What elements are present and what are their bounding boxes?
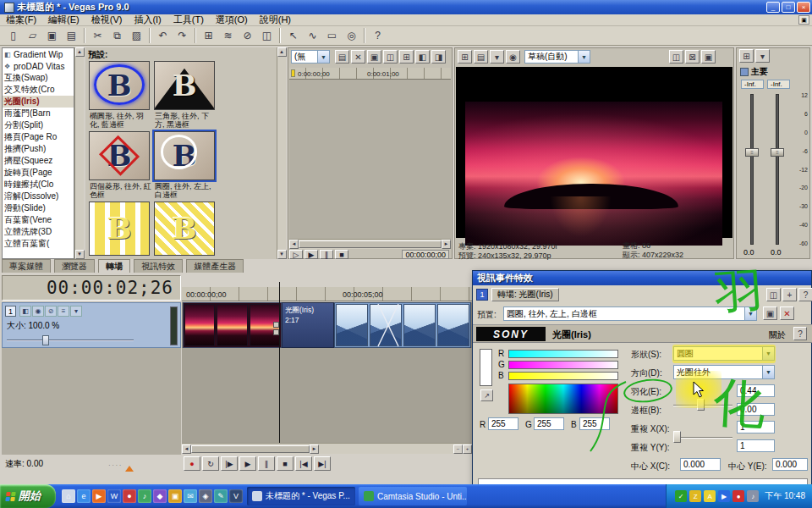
quick-launch-icon[interactable]: ⌂: [62, 489, 75, 503]
help-icon[interactable]: ?: [798, 288, 812, 301]
fader-value-right[interactable]: -Inf.: [767, 80, 790, 89]
copy-icon[interactable]: ⧉: [108, 27, 126, 44]
event-button-icon[interactable]: [273, 322, 279, 328]
stop-button[interactable]: ■: [335, 250, 348, 259]
group-events-icon[interactable]: ◫: [258, 27, 276, 44]
quick-launch-icon[interactable]: ▶: [92, 489, 106, 503]
maximize-button[interactable]: □: [782, 2, 795, 13]
mixer-tool-icon[interactable]: ⊞: [739, 49, 754, 63]
timecode-display[interactable]: 00:00:02;26: [2, 275, 181, 301]
scroll-left-icon[interactable]: ◄: [182, 444, 191, 454]
trimmer-tool-icon[interactable]: ▤: [335, 50, 349, 64]
cut-icon[interactable]: ✂: [89, 27, 107, 44]
normal-tool-icon[interactable]: ↖: [284, 27, 302, 44]
mixer-tool-icon[interactable]: ▾: [755, 49, 770, 63]
scroll-down-icon[interactable]: ▼: [277, 250, 287, 259]
tray-icon[interactable]: Z: [689, 490, 701, 502]
quick-launch-icon[interactable]: e: [77, 489, 91, 503]
feather-value-field[interactable]: 0.44: [737, 384, 775, 397]
transition-item[interactable]: 分割(Split): [3, 119, 74, 131]
red-gradient-strip[interactable]: [508, 350, 618, 358]
fx-dialog-titlebar[interactable]: 視訊事件特效: [473, 271, 811, 285]
tab-explorer[interactable]: 瀏覽器: [54, 259, 95, 273]
transition-event[interactable]: 光圈(Iris) 2:17: [282, 302, 334, 348]
preview-tool-icon[interactable]: ◫: [669, 50, 683, 64]
auto-ripple-icon[interactable]: ≋: [219, 27, 237, 44]
scroll-right-icon[interactable]: ►: [442, 240, 451, 249]
menu-item[interactable]: 檔案(F): [0, 14, 42, 25]
start-button[interactable]: 開始: [0, 484, 56, 508]
master-fader-right[interactable]: ≡: [771, 148, 784, 157]
transition-item[interactable]: 百葉窗(Vene: [3, 214, 74, 226]
tab-video-fx[interactable]: 視訊特效: [134, 259, 183, 273]
tray-icon[interactable]: ♪: [747, 490, 759, 502]
paste-icon[interactable]: ▨: [128, 27, 145, 44]
transition-item[interactable]: 時鐘擦拭(Clo: [3, 179, 74, 190]
open-icon[interactable]: ▱: [24, 27, 41, 44]
transition-item[interactable]: ◧ Gradient Wip: [3, 48, 74, 60]
preview-tool-icon[interactable]: ▤: [474, 50, 488, 64]
master-fader-left[interactable]: ≡: [745, 148, 759, 157]
clock[interactable]: 下午 10:48: [765, 490, 805, 502]
redo-icon[interactable]: ↷: [173, 27, 191, 44]
trimmer-tool-icon[interactable]: ◧: [415, 50, 430, 64]
trimmer-media-dropdown[interactable]: (無 ▼: [291, 50, 330, 64]
pause-button[interactable]: ∥: [320, 250, 333, 259]
record-button[interactable]: ●: [184, 456, 200, 471]
video-event-sunset[interactable]: [183, 302, 282, 348]
track-button-icon[interactable]: ◧: [19, 306, 31, 317]
loop-playback-button[interactable]: ↻: [202, 456, 219, 471]
scroll-down-icon[interactable]: ▼: [75, 250, 85, 259]
save-icon[interactable]: ▣: [43, 27, 61, 44]
transition-item[interactable]: 溶解(Dissolve): [3, 190, 74, 202]
preset-thumb-triangle[interactable]: B: [154, 61, 215, 110]
center-y-field[interactable]: 0.000: [772, 458, 808, 471]
zoom-out-icon[interactable]: −: [453, 444, 463, 454]
transitions-scrollbar[interactable]: ▲ ▼: [74, 47, 84, 259]
preview-tool-icon[interactable]: ▾: [490, 50, 504, 64]
plugin-chain-icon[interactable]: ◫: [766, 288, 781, 301]
tab-transitions[interactable]: 轉場: [98, 259, 130, 273]
undo-icon[interactable]: ↶: [154, 27, 172, 44]
menu-item[interactable]: 選項(O): [210, 14, 254, 25]
transition-item[interactable]: 光圈(Iris): [3, 96, 74, 108]
repeat-x-field[interactable]: 1: [737, 421, 775, 433]
timeline-scrollbar[interactable]: ◄ ► − +: [182, 443, 472, 454]
zoom-in-icon[interactable]: +: [463, 444, 472, 454]
delete-preset-icon[interactable]: ✕: [780, 306, 794, 320]
scroll-up-icon[interactable]: ▲: [75, 47, 85, 57]
playhead[interactable]: [279, 282, 280, 443]
transition-item[interactable]: 擠壓(Squeez: [3, 155, 74, 167]
quick-launch-icon[interactable]: ●: [123, 489, 136, 503]
scroll-up-icon[interactable]: ▲: [277, 47, 287, 57]
stop-button[interactable]: ■: [277, 456, 294, 471]
preset-scrollbar[interactable]: ▲ ▼: [277, 47, 286, 259]
go-to-start-button[interactable]: |◀: [295, 456, 312, 471]
transition-item[interactable]: 滑動(Slide): [3, 202, 74, 214]
color-swatch[interactable]: [480, 349, 492, 386]
tray-icon[interactable]: ●: [732, 490, 744, 502]
trimmer-tool-icon[interactable]: ✕: [351, 50, 365, 64]
track-button-icon[interactable]: ◉: [32, 306, 44, 317]
about-link[interactable]: 關於: [769, 329, 786, 341]
preview-tool-icon[interactable]: ◉: [506, 50, 520, 64]
preset-thumb-circle-selected[interactable]: B: [154, 131, 215, 180]
transition-item[interactable]: 旋轉頁(Page: [3, 167, 74, 179]
transition-item[interactable]: 推擠(Push): [3, 143, 74, 155]
properties-icon[interactable]: ▤: [63, 27, 80, 44]
go-to-end-button[interactable]: ▶|: [314, 456, 331, 471]
selection-tool-icon[interactable]: ▭: [323, 27, 341, 44]
track-header[interactable]: 1 ◧◉⊘≡▾ 大小: 100.0 %: [2, 302, 181, 348]
tray-icon[interactable]: ✓: [675, 490, 687, 502]
transition-item[interactable]: 立體洗牌(3D: [3, 226, 74, 238]
preset-dropdown[interactable]: 圓圈, 往外, 左上, 白邊框 ▼: [503, 306, 757, 321]
slider-handle[interactable]: [42, 335, 49, 345]
quick-launch-icon[interactable]: ♪: [138, 489, 151, 503]
lock-envelopes-icon[interactable]: ⊘: [239, 27, 256, 44]
transition-item[interactable]: 雨蓬門(Barn: [3, 108, 74, 119]
trimmer-tool-icon[interactable]: ◫: [383, 50, 398, 64]
scrollbar-thumb[interactable]: [299, 240, 442, 248]
border-slider[interactable]: [673, 430, 732, 444]
track-size-slider[interactable]: [7, 335, 134, 345]
rate-marker-icon[interactable]: [125, 466, 134, 472]
